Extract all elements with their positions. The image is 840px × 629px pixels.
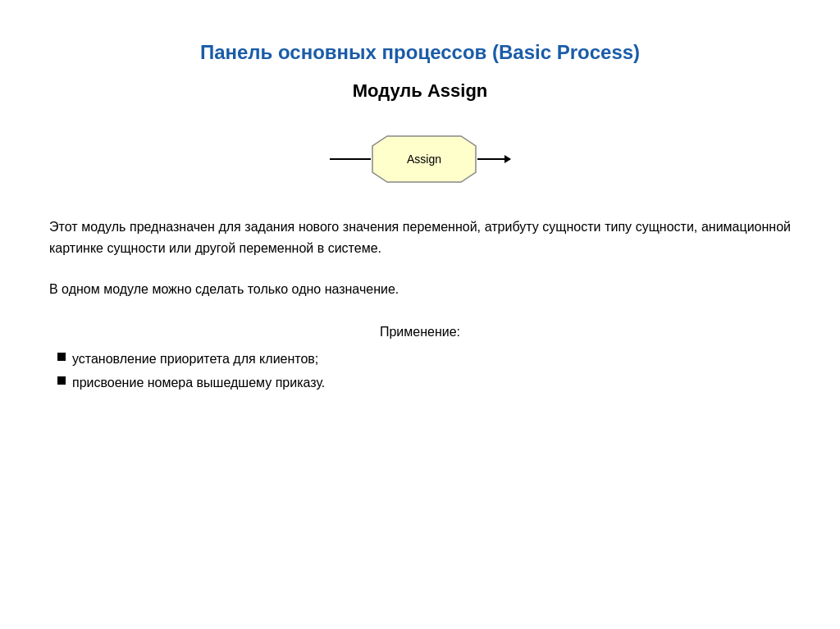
application-title: Применение: bbox=[49, 325, 791, 340]
page-title: Панель основных процессов (Basic Process… bbox=[49, 41, 791, 64]
diagram-inner: Assign bbox=[330, 134, 510, 184]
right-connector bbox=[477, 158, 510, 160]
list-item-text: присвоение номера вышедшему приказу. bbox=[72, 371, 325, 395]
list-item-text: установление приоритета для клиентов; bbox=[72, 348, 318, 371]
paragraph1: Этот модуль предназначен для задания нов… bbox=[49, 217, 791, 258]
left-connector bbox=[330, 158, 371, 160]
paragraph2: В одном модуле можно сделать только одно… bbox=[49, 279, 791, 300]
module-title: Модуль Assign bbox=[49, 80, 791, 102]
application-list: установление приоритета для клиентов; пр… bbox=[49, 348, 791, 395]
bullet-icon bbox=[57, 376, 66, 385]
list-item: присвоение номера вышедшему приказу. bbox=[57, 371, 791, 395]
assign-block: Assign bbox=[371, 134, 477, 184]
svg-marker-0 bbox=[372, 136, 476, 182]
bullet-icon bbox=[57, 353, 66, 361]
diagram-container: Assign bbox=[49, 134, 791, 184]
list-item: установление приоритета для клиентов; bbox=[57, 348, 791, 371]
